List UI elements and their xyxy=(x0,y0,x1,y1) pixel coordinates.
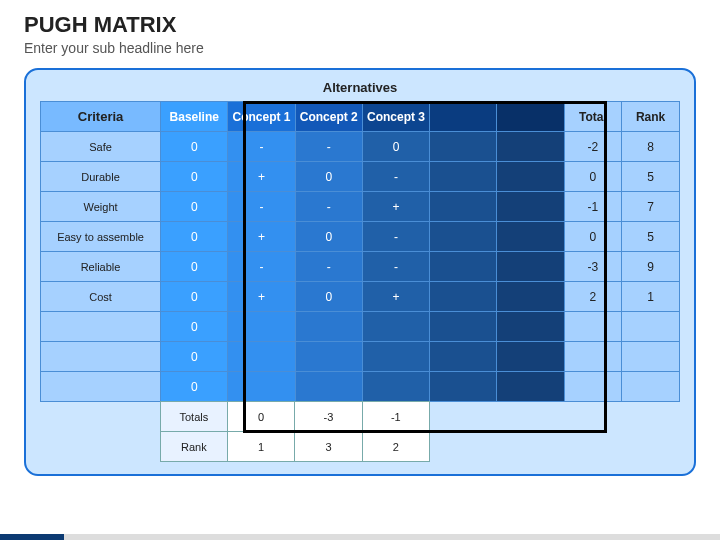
criteria-cell: Easy to assemble xyxy=(41,222,161,252)
c4-cell xyxy=(430,252,497,282)
c4-cell xyxy=(430,282,497,312)
total-cell xyxy=(564,342,622,372)
c5-cell xyxy=(497,372,564,402)
rank-cell: 9 xyxy=(622,252,680,282)
table-row: Cost0+0+21 xyxy=(41,282,680,312)
footer-bar xyxy=(0,534,720,540)
c3-cell xyxy=(362,342,429,372)
rank-cell: 5 xyxy=(622,162,680,192)
c2-cell: 0 xyxy=(295,282,362,312)
rank-cell xyxy=(622,342,680,372)
c3-cell: - xyxy=(362,222,429,252)
baseline-cell: 0 xyxy=(161,222,228,252)
c3-cell xyxy=(362,312,429,342)
col-concept-3: Concept 3 xyxy=(362,102,429,132)
baseline-cell: 0 xyxy=(161,192,228,222)
c5-cell xyxy=(497,162,564,192)
total-cell: -3 xyxy=(564,252,622,282)
col-concept-1: Concept 1 xyxy=(228,102,295,132)
total-cell: 0 xyxy=(564,162,622,192)
rank-label: Rank xyxy=(160,432,227,462)
baseline-cell: 0 xyxy=(161,312,228,342)
totals-c1: 0 xyxy=(228,402,295,432)
table-row: Durable0+0-05 xyxy=(41,162,680,192)
c2-cell: - xyxy=(295,192,362,222)
baseline-cell: 0 xyxy=(161,282,228,312)
criteria-cell xyxy=(41,312,161,342)
c5-cell xyxy=(497,282,564,312)
c1-cell xyxy=(228,372,295,402)
col-concept-5 xyxy=(497,102,564,132)
c4-cell xyxy=(430,162,497,192)
rank-cell: 1 xyxy=(622,282,680,312)
criteria-cell: Weight xyxy=(41,192,161,222)
col-concept-2: Concept 2 xyxy=(295,102,362,132)
col-rank: Rank xyxy=(622,102,680,132)
table-row: Weight0--+-17 xyxy=(41,192,680,222)
c3-cell: 0 xyxy=(362,132,429,162)
rank-cell xyxy=(622,312,680,342)
c1-cell xyxy=(228,312,295,342)
totals-label: Totals xyxy=(160,402,227,432)
baseline-cell: 0 xyxy=(161,372,228,402)
table-row: Reliable0----39 xyxy=(41,252,680,282)
criteria-cell: Reliable xyxy=(41,252,161,282)
total-cell: -1 xyxy=(564,192,622,222)
totals-c2: -3 xyxy=(295,402,362,432)
table-row: 0 xyxy=(41,372,680,402)
c3-cell: - xyxy=(362,162,429,192)
rank-cell: 5 xyxy=(622,222,680,252)
c4-cell xyxy=(430,372,497,402)
c5-cell xyxy=(497,312,564,342)
c1-cell: + xyxy=(228,222,295,252)
c2-cell: - xyxy=(295,252,362,282)
summary-table: Totals 0 -3 -1 Rank 1 3 2 xyxy=(40,401,680,462)
rank-cell: 7 xyxy=(622,192,680,222)
rank-c3: 2 xyxy=(362,432,429,462)
table-row: 0 xyxy=(41,342,680,372)
rank-c1: 1 xyxy=(228,432,295,462)
total-cell xyxy=(564,372,622,402)
col-concept-4 xyxy=(430,102,497,132)
c2-cell xyxy=(295,372,362,402)
c2-cell: 0 xyxy=(295,162,362,192)
c3-cell xyxy=(362,372,429,402)
baseline-cell: 0 xyxy=(161,342,228,372)
matrix-card: Alternatives Criteria Baseline Concept 1… xyxy=(24,68,696,476)
c5-cell xyxy=(497,192,564,222)
table-row: Safe0--0-28 xyxy=(41,132,680,162)
criteria-cell: Cost xyxy=(41,282,161,312)
baseline-cell: 0 xyxy=(161,252,228,282)
c4-cell xyxy=(430,222,497,252)
c1-cell: + xyxy=(228,282,295,312)
rank-cell xyxy=(622,372,680,402)
baseline-cell: 0 xyxy=(161,132,228,162)
col-baseline: Baseline xyxy=(161,102,228,132)
c2-cell: 0 xyxy=(295,222,362,252)
totals-c3: -1 xyxy=(362,402,429,432)
c5-cell xyxy=(497,222,564,252)
c1-cell: - xyxy=(228,132,295,162)
baseline-cell: 0 xyxy=(161,162,228,192)
c1-cell: + xyxy=(228,162,295,192)
c1-cell: - xyxy=(228,252,295,282)
table-row: Easy to assemble0+0-05 xyxy=(41,222,680,252)
c3-cell: + xyxy=(362,282,429,312)
total-cell: 2 xyxy=(564,282,622,312)
table-row: 0 xyxy=(41,312,680,342)
col-total: Total xyxy=(564,102,622,132)
alternatives-label: Alternatives xyxy=(40,80,680,95)
c1-cell xyxy=(228,342,295,372)
page-subtitle: Enter your sub headline here xyxy=(24,40,696,56)
pugh-table: Criteria Baseline Concept 1 Concept 2 Co… xyxy=(40,101,680,402)
c5-cell xyxy=(497,342,564,372)
col-criteria: Criteria xyxy=(41,102,161,132)
rank-c2: 3 xyxy=(295,432,362,462)
c3-cell: - xyxy=(362,252,429,282)
c4-cell xyxy=(430,312,497,342)
total-cell: 0 xyxy=(564,222,622,252)
criteria-cell: Safe xyxy=(41,132,161,162)
c4-cell xyxy=(430,342,497,372)
c1-cell: - xyxy=(228,192,295,222)
c3-cell: + xyxy=(362,192,429,222)
